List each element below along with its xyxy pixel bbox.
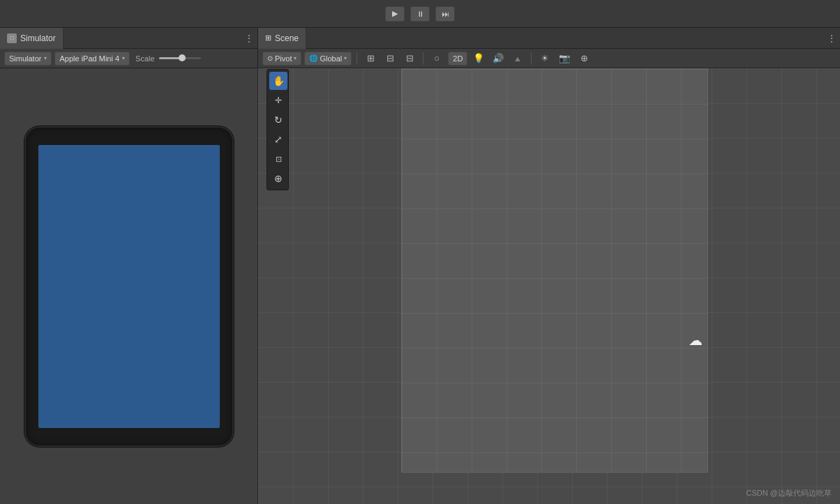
simulator-tab[interactable]: □ Simulator (0, 28, 63, 49)
2d-button[interactable]: 2D (448, 52, 467, 66)
rotate-tool-icon: ↻ (274, 114, 283, 125)
scene-toolbar: ⊙ Pivot ▾ 🌐 Global ▾ ⊞ ⊟ ⊟ ○ 2D 💡 (258, 49, 840, 68)
move-tool-icon: ✛ (275, 96, 282, 105)
move-tool-button[interactable]: ✛ (269, 91, 287, 109)
rect-transform-button[interactable]: ⊡ (269, 150, 287, 168)
scene-panel: ⊙ Pivot ▾ 🌐 Global ▾ ⊞ ⊟ ⊟ ○ 2D 💡 (258, 49, 840, 504)
bulb-btn[interactable]: 💡 (470, 52, 487, 66)
light-btn[interactable]: ○ (428, 52, 445, 66)
ipad-screen (38, 145, 220, 428)
hand-tool-icon: ✋ (273, 75, 285, 86)
global-button[interactable]: 🌐 Global ▾ (304, 52, 352, 66)
simulator-dropdown[interactable]: Simulator ▾ (4, 52, 52, 66)
scene-tab-more[interactable]: ⋮ (823, 28, 840, 49)
ruler-btn[interactable]: ⊟ (401, 52, 418, 66)
simulator-subtoolbar: Simulator ▾ Apple iPad Mini 4 ▾ Scale (0, 49, 257, 68)
simulator-tab-area: □ Simulator ⋮ (0, 28, 258, 48)
pivot-arrow: ▾ (294, 55, 297, 61)
pivot-icon: ⊙ (267, 54, 273, 62)
toolbar-sep-2 (423, 52, 423, 65)
scene-tab-icon: ⊞ (265, 33, 271, 43)
top-toolbar: ▶ ⏸ ⏭ (0, 0, 840, 28)
transform-tool-icon: ⊕ (274, 173, 283, 184)
sky-btn[interactable]: ☀ (537, 52, 553, 66)
scale-label: Scale (135, 54, 155, 63)
simulator-dropdown-arrow: ▾ (44, 55, 47, 61)
grid2-btn[interactable]: ⊟ (382, 52, 398, 66)
device-dropdown-label: Apple iPad Mini 4 (59, 54, 119, 63)
play-button[interactable]: ▶ (385, 6, 405, 22)
content-row: Simulator ▾ Apple iPad Mini 4 ▾ Scale (0, 49, 840, 504)
effects-btn[interactable]: ⟁ (509, 52, 526, 66)
step-button[interactable]: ⏭ (435, 6, 455, 22)
audio-btn[interactable]: 🔊 (490, 52, 507, 66)
simulator-device-area (0, 68, 257, 504)
scene-cloud-icon: ☁ (689, 332, 703, 349)
simulator-tab-label: Simulator (20, 33, 56, 43)
tab-bar-row: □ Simulator ⋮ ⊞ Scene ⋮ (0, 28, 840, 49)
hand-tool-button[interactable]: ✋ (269, 72, 287, 90)
tool-palette: ✋ ✛ ↻ ⤢ ⊡ ⊕ (267, 69, 289, 190)
watermark: CSDN @边敲代码边吃草 (747, 488, 832, 498)
simulator-dropdown-label: Simulator (9, 54, 41, 63)
scene-canvas (401, 68, 708, 473)
scene-viewport: ☁ CSDN @边敲代码边吃草 (258, 68, 840, 504)
scale-slider[interactable] (159, 57, 201, 59)
2d-label: 2D (453, 54, 463, 63)
rect-transform-icon: ⊡ (276, 155, 282, 164)
global-icon: 🌐 (309, 54, 317, 62)
ipad-device (24, 126, 234, 447)
gizmo-btn[interactable]: ⊕ (576, 52, 592, 66)
toolbar-sep-1 (357, 52, 357, 65)
global-label: Global (320, 54, 342, 63)
simulator-panel: Simulator ▾ Apple iPad Mini 4 ▾ Scale (0, 49, 258, 504)
main-area: □ Simulator ⋮ ⊞ Scene ⋮ Simulator ▾ (0, 28, 840, 504)
scale-tool-icon: ⤢ (274, 134, 283, 145)
scene-tab-area: ⊞ Scene ⋮ (258, 28, 840, 48)
scale-tool-button[interactable]: ⤢ (269, 130, 287, 148)
device-dropdown-arrow: ▾ (122, 55, 125, 61)
transform-tool-button[interactable]: ⊕ (269, 169, 287, 188)
global-arrow: ▾ (344, 55, 347, 61)
simulator-tab-icon: □ (7, 33, 17, 43)
simulator-tab-more[interactable]: ⋮ (241, 28, 257, 49)
device-dropdown[interactable]: Apple iPad Mini 4 ▾ (54, 52, 130, 66)
rotate-tool-button[interactable]: ↻ (269, 111, 287, 129)
grid-btn[interactable]: ⊞ (362, 52, 379, 66)
toolbar-sep-3 (531, 52, 532, 65)
scene-tab-label: Scene (275, 33, 299, 43)
pause-button[interactable]: ⏸ (410, 6, 430, 22)
scene-tab[interactable]: ⊞ Scene (258, 28, 306, 49)
scene-canvas-grid (402, 69, 707, 472)
pivot-button[interactable]: ⊙ Pivot ▾ (262, 52, 301, 66)
pivot-label: Pivot (275, 54, 292, 63)
camera-btn[interactable]: 📷 (556, 52, 573, 66)
